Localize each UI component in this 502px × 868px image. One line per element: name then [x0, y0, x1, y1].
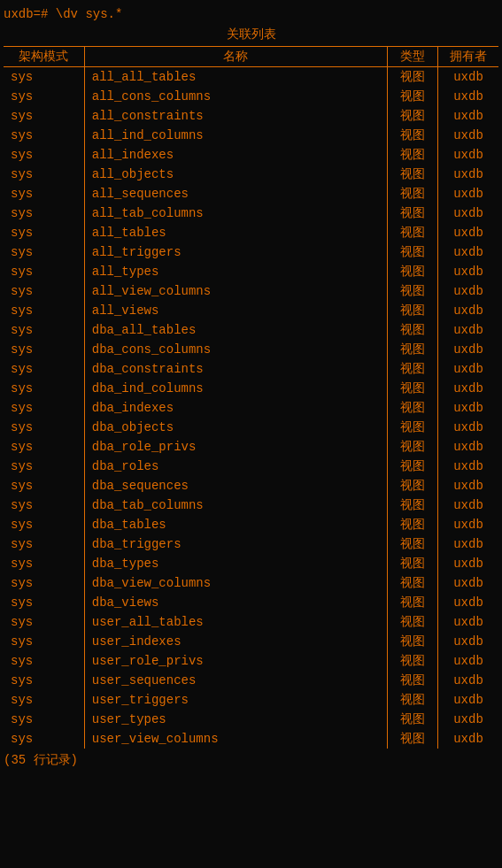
- cell-schema: sys: [4, 67, 84, 88]
- cell-schema: sys: [4, 281, 84, 301]
- cell-name: user_all_tables: [84, 612, 387, 632]
- cell-name: all_sequences: [84, 184, 387, 204]
- cell-owner: uxdb: [438, 690, 498, 710]
- cell-name: all_constraints: [84, 106, 387, 126]
- col-header-type: 类型: [387, 47, 437, 67]
- cell-type: 视图: [387, 437, 437, 457]
- cell-name: all_types: [84, 262, 387, 281]
- cell-name: dba_triggers: [84, 534, 387, 554]
- command-line: uxdb=# \dv sys.*: [4, 7, 498, 21]
- cell-name: all_view_columns: [84, 281, 387, 301]
- cell-owner: uxdb: [438, 476, 498, 495]
- cell-name: all_tables: [84, 223, 387, 242]
- table-row: sysall_all_tables视图uxdb: [4, 67, 498, 88]
- table-row: sysuser_types视图uxdb: [4, 710, 498, 729]
- cell-schema: sys: [4, 223, 84, 242]
- cell-owner: uxdb: [438, 612, 498, 632]
- cell-type: 视图: [387, 379, 437, 398]
- table-row: sysuser_sequences视图uxdb: [4, 671, 498, 690]
- table-row: sysuser_role_privs视图uxdb: [4, 651, 498, 671]
- cell-type: 视图: [387, 534, 437, 554]
- table-row: sysuser_triggers视图uxdb: [4, 690, 498, 710]
- cell-owner: uxdb: [438, 651, 498, 671]
- cell-type: 视图: [387, 671, 437, 690]
- cell-schema: sys: [4, 340, 84, 359]
- cell-type: 视图: [387, 301, 437, 320]
- table-row: sysuser_all_tables视图uxdb: [4, 612, 498, 632]
- cell-type: 视图: [387, 184, 437, 204]
- cell-type: 视图: [387, 165, 437, 184]
- cell-owner: uxdb: [438, 145, 498, 165]
- cell-type: 视图: [387, 612, 437, 632]
- table-row: sysdba_constraints视图uxdb: [4, 359, 498, 379]
- cell-owner: uxdb: [438, 223, 498, 242]
- table-row: sysdba_cons_columns视图uxdb: [4, 340, 498, 359]
- cell-type: 视图: [387, 223, 437, 242]
- cell-type: 视图: [387, 593, 437, 612]
- cell-schema: sys: [4, 145, 84, 165]
- table-row: sysall_view_columns视图uxdb: [4, 281, 498, 301]
- cell-name: all_objects: [84, 165, 387, 184]
- cell-name: dba_all_tables: [84, 320, 387, 340]
- cell-name: dba_constraints: [84, 359, 387, 379]
- cell-type: 视图: [387, 262, 437, 281]
- cell-schema: sys: [4, 184, 84, 204]
- table-row: sysdba_views视图uxdb: [4, 593, 498, 612]
- table-row: sysdba_triggers视图uxdb: [4, 534, 498, 554]
- cell-schema: sys: [4, 690, 84, 710]
- cell-schema: sys: [4, 359, 84, 379]
- cell-name: dba_objects: [84, 418, 387, 437]
- cell-type: 视图: [387, 710, 437, 729]
- cell-schema: sys: [4, 495, 84, 515]
- cell-schema: sys: [4, 710, 84, 729]
- cell-type: 视图: [387, 340, 437, 359]
- cell-owner: uxdb: [438, 515, 498, 534]
- cell-schema: sys: [4, 671, 84, 690]
- footer-row-count: (35 行记录): [4, 752, 498, 768]
- table-body: sysall_all_tables视图uxdbsysall_cons_colum…: [4, 67, 498, 749]
- cell-schema: sys: [4, 632, 84, 651]
- table-row: sysall_triggers视图uxdb: [4, 242, 498, 262]
- table-row: sysdba_tables视图uxdb: [4, 515, 498, 534]
- table-row: sysdba_role_privs视图uxdb: [4, 437, 498, 457]
- cell-owner: uxdb: [438, 262, 498, 281]
- cell-type: 视图: [387, 554, 437, 573]
- cell-name: all_cons_columns: [84, 87, 387, 106]
- cell-schema: sys: [4, 729, 84, 749]
- table-row: sysdba_types视图uxdb: [4, 554, 498, 573]
- cell-name: all_views: [84, 301, 387, 320]
- cell-type: 视图: [387, 242, 437, 262]
- cell-type: 视图: [387, 398, 437, 418]
- cell-name: dba_indexes: [84, 398, 387, 418]
- cell-owner: uxdb: [438, 418, 498, 437]
- cell-type: 视图: [387, 495, 437, 515]
- cell-schema: sys: [4, 515, 84, 534]
- cell-type: 视图: [387, 320, 437, 340]
- cell-owner: uxdb: [438, 379, 498, 398]
- cell-name: user_types: [84, 710, 387, 729]
- table-header: 架构模式 名称 类型 拥有者: [4, 47, 498, 67]
- cell-type: 视图: [387, 204, 437, 223]
- cell-name: dba_tab_columns: [84, 495, 387, 515]
- cell-owner: uxdb: [438, 301, 498, 320]
- cell-owner: uxdb: [438, 184, 498, 204]
- table-row: sysall_views视图uxdb: [4, 301, 498, 320]
- cell-owner: uxdb: [438, 710, 498, 729]
- table-row: sysall_objects视图uxdb: [4, 165, 498, 184]
- cell-type: 视图: [387, 87, 437, 106]
- cell-name: dba_tables: [84, 515, 387, 534]
- cell-name: all_indexes: [84, 145, 387, 165]
- cell-type: 视图: [387, 573, 437, 593]
- cell-owner: uxdb: [438, 359, 498, 379]
- cell-owner: uxdb: [438, 554, 498, 573]
- table-row: sysuser_indexes视图uxdb: [4, 632, 498, 651]
- cell-schema: sys: [4, 398, 84, 418]
- cell-name: dba_sequences: [84, 476, 387, 495]
- cell-name: dba_views: [84, 593, 387, 612]
- cell-schema: sys: [4, 457, 84, 476]
- table-row: sysall_constraints视图uxdb: [4, 106, 498, 126]
- cell-type: 视图: [387, 106, 437, 126]
- table-row: sysdba_ind_columns视图uxdb: [4, 379, 498, 398]
- cell-owner: uxdb: [438, 87, 498, 106]
- cell-schema: sys: [4, 165, 84, 184]
